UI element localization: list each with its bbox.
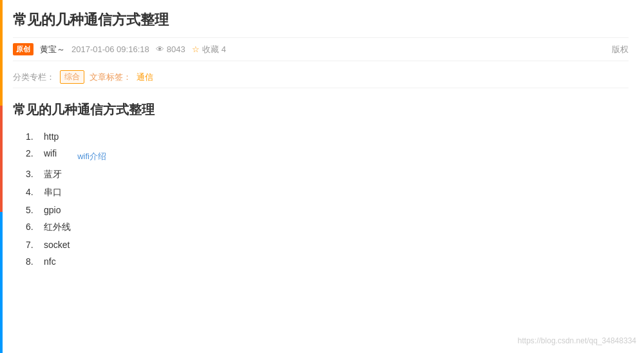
- toc-sub-link[interactable]: wifi介绍: [77, 151, 106, 162]
- meta-author[interactable]: 黄宝～: [40, 44, 65, 55]
- page-container: 常见的几种通信方式整理 原创 黄宝～ 2017-01-06 09:16:18 👁…: [0, 0, 644, 353]
- original-badge: 原创: [13, 43, 33, 55]
- views-count: 8043: [167, 44, 185, 54]
- category-label: 分类专栏：: [13, 72, 55, 83]
- eye-icon: 👁: [156, 44, 164, 54]
- toc-item: 6.红外线: [26, 222, 629, 233]
- meta-views: 👁 8043: [156, 44, 185, 54]
- collect-count: 4: [222, 44, 226, 54]
- star-icon: ☆: [192, 44, 200, 54]
- toc-item: 5.gpio: [26, 205, 629, 215]
- toc-item-num: 1.: [26, 131, 41, 142]
- article-heading: 常见的几种通信方式整理: [13, 101, 629, 119]
- toc-item-text: 红外线: [44, 222, 71, 233]
- toc-item-text: http: [44, 131, 59, 142]
- meta-date: 2017-01-06 09:16:18: [71, 44, 149, 54]
- toc-item-text: 串口: [44, 187, 62, 198]
- toc-item: 7.socket: [26, 240, 629, 250]
- toc-item-num: 7.: [26, 240, 41, 250]
- watermark: https://blog.csdn.net/qq_34848334: [518, 336, 636, 345]
- toc-item-text: wifi: [44, 148, 57, 158]
- copyright-link[interactable]: 版权: [612, 44, 629, 55]
- toc-item-num: 6.: [26, 222, 41, 232]
- meta-bar: 原创 黄宝～ 2017-01-06 09:16:18 👁 8043 ☆ 收藏 4…: [13, 37, 629, 61]
- category-bar: 分类专栏： 综合 文章标签： 通信: [13, 66, 629, 88]
- toc-item-num: 8.: [26, 256, 41, 267]
- toc-item-num: 2.: [26, 148, 41, 158]
- toc-item: 3.蓝牙: [26, 169, 629, 180]
- toc-item: 8.nfc: [26, 256, 629, 267]
- toc-item: 4.串口: [26, 187, 629, 198]
- toc-item-num: 5.: [26, 205, 41, 215]
- main-title: 常见的几种通信方式整理: [13, 10, 629, 30]
- toc-list: 1.http2.wifiwifi介绍3.蓝牙4.串口5.gpio6.红外线7.s…: [13, 131, 629, 267]
- article-tag-label: 文章标签：: [90, 72, 131, 83]
- toc-item-text: nfc: [44, 256, 56, 267]
- collect-label: 收藏: [202, 44, 219, 55]
- toc-item-text: socket: [44, 240, 70, 250]
- toc-item: 2.wifiwifi介绍: [26, 148, 629, 162]
- category-tag[interactable]: 综合: [60, 70, 84, 84]
- content-area: 常见的几种通信方式整理 原创 黄宝～ 2017-01-06 09:16:18 👁…: [0, 0, 644, 283]
- toc-item: 1.http: [26, 131, 629, 142]
- toc-item-text: 蓝牙: [44, 169, 62, 180]
- article-tag-link[interactable]: 通信: [137, 72, 153, 83]
- left-accent-bar: [0, 0, 3, 353]
- meta-collect: ☆ 收藏 4: [192, 44, 226, 55]
- toc-item-num: 4.: [26, 187, 41, 197]
- toc-item-num: 3.: [26, 169, 41, 179]
- toc-item-text: gpio: [44, 205, 61, 215]
